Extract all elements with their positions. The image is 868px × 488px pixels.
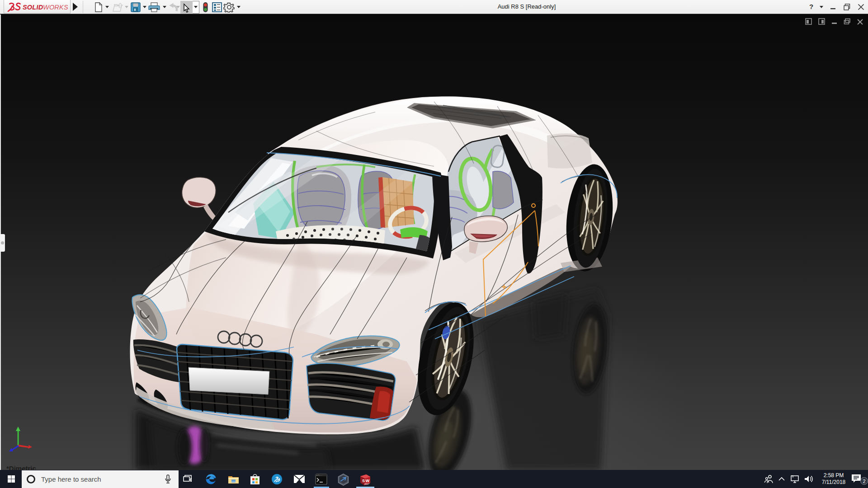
svg-text:C:\...: C:\... xyxy=(316,474,322,476)
svg-text:WORKS: WORKS xyxy=(43,3,68,10)
svg-text:SOLID: SOLID xyxy=(23,3,43,10)
svg-text:?: ? xyxy=(809,3,813,10)
svg-text:2017: 2017 xyxy=(364,483,369,485)
